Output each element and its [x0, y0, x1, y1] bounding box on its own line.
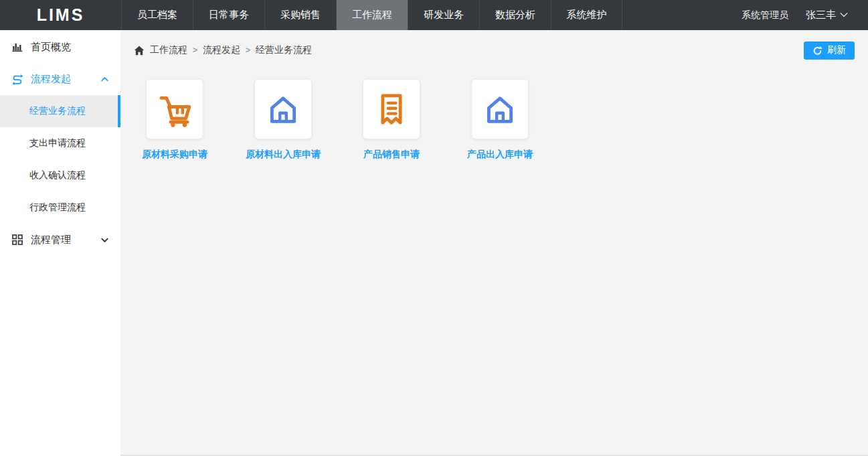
main-nav: 员工档案 日常事务 采购销售 工作流程 研发业务 数据分析 系统维护 — [121, 0, 622, 30]
nav-item-data-analysis[interactable]: 数据分析 — [479, 0, 551, 30]
user-name-label: 张三丰 — [806, 9, 836, 21]
sidebar-subitem-business-process[interactable]: 经营业务流程 — [0, 95, 120, 127]
nav-item-daily-affairs[interactable]: 日常事务 — [193, 0, 264, 30]
home-icon — [134, 46, 145, 56]
sidebar-item-label: 首页概览 — [31, 41, 71, 54]
card-tile — [254, 79, 312, 139]
sidebar: 首页概览 流程发起 经营业务流程 支出申请流程 收入确认流程 — [0, 30, 120, 456]
sidebar-subitem-income-confirm[interactable]: 收入确认流程 — [0, 159, 120, 192]
sidebar-item-label: 流程发起 — [31, 73, 71, 86]
card-product-sales[interactable]: 产品销售申请 — [351, 79, 432, 161]
card-label: 原材料出入库申请 — [246, 149, 321, 161]
main-content: 工作流程 > 流程发起 > 经营业务流程 刷新 — [120, 30, 868, 456]
nav-item-workflow[interactable]: 工作流程 — [336, 0, 408, 30]
breadcrumb-separator: > — [246, 46, 250, 55]
cart-icon — [156, 90, 193, 128]
user-role-label[interactable]: 系统管理员 — [742, 9, 788, 21]
breadcrumb: 工作流程 > 流程发起 > 经营业务流程 刷新 — [134, 30, 855, 70]
breadcrumb-item-process-initiate[interactable]: 流程发起 — [203, 44, 240, 56]
sidebar-item-home-overview[interactable]: 首页概览 — [0, 31, 120, 63]
bar-chart-icon — [11, 41, 23, 53]
navbar-user-area: 系统管理员 张三丰 — [742, 0, 868, 30]
refresh-icon — [812, 46, 822, 56]
breadcrumb-separator: > — [193, 46, 197, 55]
sidebar-item-process-initiate[interactable]: 流程发起 — [0, 63, 120, 95]
page-body: 首页概览 流程发起 经营业务流程 支出申请流程 收入确认流程 — [0, 30, 868, 456]
card-tile — [471, 79, 529, 139]
card-label: 原材料采购申请 — [142, 149, 207, 161]
nav-item-rd-business[interactable]: 研发业务 — [408, 0, 479, 30]
brand-logo[interactable]: LIMS — [0, 0, 121, 30]
nav-item-employee-files[interactable]: 员工档案 — [121, 0, 193, 30]
card-raw-material-inout[interactable]: 原材料出入库申请 — [243, 79, 323, 161]
refresh-button-label: 刷新 — [827, 44, 846, 56]
receipt-icon — [373, 90, 410, 128]
sidebar-item-process-manage[interactable]: 流程管理 — [0, 224, 120, 256]
card-label: 产品出入库申请 — [467, 149, 533, 161]
card-tile — [363, 79, 420, 139]
app-window: LIMS 员工档案 日常事务 采购销售 工作流程 研发业务 数据分析 系统维护 … — [0, 0, 868, 456]
refresh-button[interactable]: 刷新 — [804, 42, 855, 60]
chevron-down-icon — [840, 12, 848, 18]
house-icon — [481, 90, 519, 128]
nav-item-purchase-sales[interactable]: 采购销售 — [264, 0, 336, 30]
top-navbar: LIMS 员工档案 日常事务 采购销售 工作流程 研发业务 数据分析 系统维护 … — [0, 0, 868, 30]
breadcrumb-item-current: 经营业务流程 — [256, 44, 312, 56]
card-raw-material-purchase[interactable]: 原材料采购申请 — [135, 79, 215, 161]
grid-icon — [11, 234, 23, 246]
chevron-up-icon — [100, 74, 110, 84]
sidebar-item-label: 流程管理 — [31, 234, 71, 246]
card-product-inout[interactable]: 产品出入库申请 — [460, 79, 540, 161]
chevron-down-icon — [100, 235, 110, 245]
sidebar-subitem-admin-process[interactable]: 行政管理流程 — [0, 192, 120, 224]
breadcrumb-item-workflow[interactable]: 工作流程 — [150, 44, 187, 56]
card-label: 产品销售申请 — [363, 149, 420, 161]
house-icon — [264, 90, 302, 128]
nav-item-system-maintenance[interactable]: 系统维护 — [551, 0, 622, 30]
process-cards: 原材料采购申请 原材料出入库申请 — [134, 79, 855, 161]
sidebar-subitem-expense-request[interactable]: 支出申请流程 — [0, 127, 120, 159]
sidebar-submenu: 经营业务流程 支出申请流程 收入确认流程 行政管理流程 — [0, 95, 120, 224]
user-menu[interactable]: 张三丰 — [806, 9, 848, 21]
swap-icon — [11, 73, 23, 85]
card-tile — [146, 79, 203, 139]
